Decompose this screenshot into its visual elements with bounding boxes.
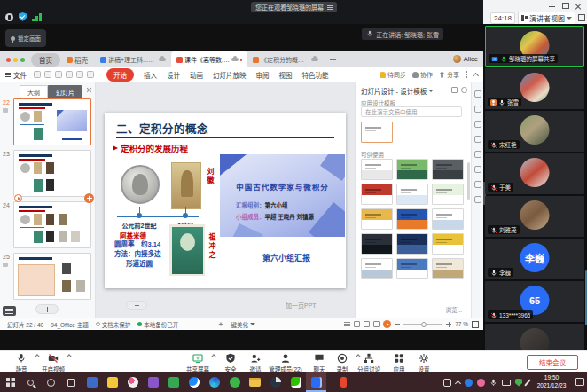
slideshow-view-icon[interactable] bbox=[373, 321, 380, 327]
side-tool-icon[interactable] bbox=[474, 121, 481, 128]
browse-link[interactable]: 浏览... bbox=[446, 305, 462, 314]
ribbon-tab-6[interactable]: 审阅 bbox=[256, 70, 270, 80]
participant-tile[interactable]: 于美 bbox=[485, 153, 584, 194]
template-thumb[interactable] bbox=[396, 159, 428, 180]
design-panel-scrollbar[interactable] bbox=[467, 162, 470, 200]
taskbar-cortana-icon[interactable] bbox=[41, 372, 61, 392]
participant-tile[interactable]: 张雪 bbox=[485, 68, 584, 109]
panel-close-icon[interactable] bbox=[86, 87, 92, 93]
embedded-report-slide[interactable]: 中国古代数学家与微积分 汇报组别：第六小组 小组成员：平超 王晓丹 刘镇源 bbox=[220, 154, 345, 237]
taskbar-file-explorer-icon[interactable] bbox=[245, 372, 265, 392]
tab-slides[interactable]: 幻灯片 bbox=[48, 85, 82, 98]
taskbar-360-safe-icon[interactable] bbox=[224, 372, 245, 392]
taskbar-sogou-input-icon[interactable] bbox=[326, 372, 347, 392]
doc-tab[interactable]: 《定积分的概念》学生PPT bbox=[247, 51, 324, 67]
taskbar-stocks-app-icon[interactable] bbox=[265, 372, 286, 392]
tray-mic-icon[interactable] bbox=[489, 374, 497, 390]
template-thumb[interactable] bbox=[432, 159, 464, 180]
ribbon-action[interactable]: 待同步 bbox=[380, 70, 406, 79]
chevron-down-icon[interactable] bbox=[428, 90, 434, 92]
gear-icon[interactable] bbox=[461, 87, 467, 93]
close-button[interactable] bbox=[572, 0, 585, 11]
template-thumb[interactable] bbox=[396, 258, 428, 279]
undo-icon[interactable] bbox=[76, 71, 83, 78]
lock-view-button[interactable]: 锁定画面 bbox=[5, 29, 46, 47]
banner-menu-icon[interactable] bbox=[327, 5, 333, 10]
taskbar-wechat-icon[interactable] bbox=[286, 372, 306, 392]
view-mode-selector[interactable]: 演讲者视图 bbox=[518, 12, 575, 25]
template-thumb[interactable] bbox=[432, 184, 464, 205]
template-thumb[interactable] bbox=[396, 233, 428, 255]
insert-slide-button[interactable] bbox=[84, 193, 94, 203]
template-thumb[interactable] bbox=[432, 258, 464, 279]
ribbon-tab-1[interactable]: 开始 bbox=[106, 68, 134, 82]
backup-indicator[interactable]: 本地备份已开 bbox=[137, 320, 178, 329]
slide-thumbnail-23[interactable]: 23 bbox=[0, 149, 96, 199]
collapse-ribbon-icon[interactable] bbox=[473, 72, 479, 78]
fullscreen-icon[interactable] bbox=[578, 14, 585, 21]
print-icon[interactable] bbox=[55, 71, 62, 78]
ribbon-tab-4[interactable]: 动画 bbox=[190, 70, 203, 80]
protect-indicator[interactable]: 文档未保护 bbox=[96, 320, 131, 329]
tab-docer[interactable]: 稻壳 bbox=[67, 55, 88, 65]
more-icon[interactable] bbox=[466, 71, 467, 78]
slide-sorter-button[interactable] bbox=[3, 306, 16, 316]
ribbon-action[interactable]: 协作 bbox=[412, 70, 433, 79]
zoom-knob[interactable] bbox=[421, 322, 427, 327]
maximize-button[interactable] bbox=[559, 0, 572, 11]
account-area[interactable]: Alice bbox=[453, 55, 478, 63]
tab-outline[interactable]: 大纲 bbox=[20, 85, 48, 98]
participant-tile[interactable]: 65133****3965 bbox=[485, 281, 584, 322]
template-thumb[interactable] bbox=[396, 184, 428, 205]
notification-center-icon[interactable] bbox=[575, 378, 584, 386]
side-tool-icon[interactable] bbox=[474, 106, 481, 113]
tray-blue-icon[interactable] bbox=[465, 379, 473, 387]
reading-view-icon[interactable] bbox=[364, 321, 370, 327]
toolbar-settings-button[interactable]: 设置 bbox=[406, 353, 442, 373]
tray-pen-icon[interactable] bbox=[527, 379, 528, 387]
current-template-thumb[interactable] bbox=[361, 122, 393, 143]
participant-tile[interactable] bbox=[485, 324, 584, 354]
taskbar-start-icon[interactable] bbox=[0, 372, 20, 392]
zoom-slider[interactable] bbox=[403, 324, 442, 325]
popout-icon[interactable] bbox=[451, 87, 458, 93]
slide-thumbnail-25[interactable]: 25 bbox=[0, 252, 96, 302]
play-slideshow-button[interactable] bbox=[383, 320, 391, 328]
new-slide-plus-button[interactable] bbox=[126, 301, 147, 310]
ribbon-action[interactable]: 分享 bbox=[439, 70, 459, 79]
template-thumb[interactable] bbox=[361, 159, 393, 180]
template-thumb[interactable] bbox=[396, 208, 428, 230]
taskbar-task-view-icon[interactable] bbox=[61, 372, 82, 392]
template-thumb[interactable] bbox=[361, 233, 393, 255]
slide-thumbnail-22[interactable]: 22 bbox=[0, 98, 96, 147]
taskbar-search-icon[interactable] bbox=[20, 372, 41, 392]
taskbar-qq-browser-icon[interactable] bbox=[184, 372, 204, 392]
participant-tile[interactable]: 李巍李巍 bbox=[485, 239, 584, 279]
zoom-out-button[interactable] bbox=[395, 324, 400, 325]
ribbon-tab-8[interactable]: 特色功能 bbox=[302, 70, 329, 80]
new-tab-button[interactable] bbox=[329, 56, 337, 64]
zoom-in-button[interactable] bbox=[446, 322, 451, 327]
fit-window-icon[interactable] bbox=[472, 321, 479, 328]
tray-monitor-icon[interactable] bbox=[502, 380, 511, 386]
redo-icon[interactable] bbox=[87, 71, 94, 78]
participant-tile[interactable]: 刘雅茂 bbox=[485, 196, 584, 237]
template-thumb[interactable] bbox=[432, 233, 464, 255]
taskbar-edge-icon[interactable] bbox=[204, 372, 224, 392]
file-menu[interactable]: 文件 bbox=[5, 70, 27, 80]
preview-icon[interactable] bbox=[66, 71, 73, 78]
sorter-view-icon[interactable] bbox=[354, 321, 360, 327]
tray-cam-icon[interactable] bbox=[443, 379, 451, 387]
template-thumb[interactable] bbox=[361, 184, 393, 205]
template-thumb[interactable] bbox=[361, 258, 393, 279]
side-tool-icon[interactable] bbox=[474, 151, 481, 158]
save-icon[interactable] bbox=[34, 71, 41, 78]
side-tool-icon[interactable] bbox=[474, 90, 481, 98]
taskbar-tencent-meeting-icon[interactable] bbox=[306, 372, 326, 392]
ribbon-tab-7[interactable]: 视图 bbox=[279, 70, 293, 80]
tab-home[interactable]: 首页 bbox=[31, 53, 60, 67]
end-meeting-button[interactable]: 结束会议 bbox=[527, 355, 578, 370]
template-thumb[interactable] bbox=[361, 208, 393, 230]
slide-22[interactable]: 二、定积分的概念 定积分的发展历程 刘徽 公元前2世纪 3世纪 bbox=[105, 113, 346, 288]
doc-tab[interactable]: 课件《高等数...积分的概念》 bbox=[171, 51, 247, 67]
